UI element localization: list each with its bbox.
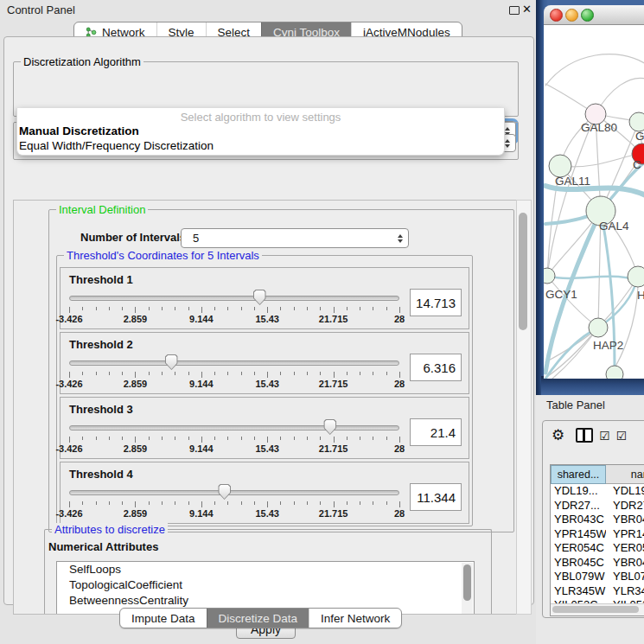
tab-label: Discretize Data <box>219 612 298 625</box>
bottom-tab-bar: Impute DataDiscretize DataInfer Network <box>119 608 402 628</box>
slider-thumb[interactable] <box>253 290 266 305</box>
slider-tick-label: 21.715 <box>319 314 348 324</box>
vertical-scrollbar-thumb[interactable] <box>519 213 527 330</box>
tab-impute-data[interactable]: Impute Data <box>120 609 207 628</box>
slider-tick <box>135 307 136 313</box>
table-cell: YPR145W <box>551 527 606 542</box>
slider-tick-label: 15.43 <box>255 379 279 389</box>
slider-thumb[interactable] <box>218 484 231 500</box>
slider-tick-label: -3.426 <box>55 443 82 454</box>
split-pane-icon[interactable] <box>576 428 593 443</box>
table-row[interactable]: YPR145WYPR145W <box>551 527 644 542</box>
attributes-scrollbar[interactable] <box>462 563 473 615</box>
slider-tick <box>227 307 228 310</box>
slider-tick <box>267 437 268 443</box>
slider-tick <box>399 501 400 507</box>
network-window-titlebar[interactable] <box>544 5 644 25</box>
slider-tick <box>201 437 202 443</box>
list-item-selfloops[interactable]: SelfLoops <box>57 562 474 577</box>
number-of-intervals-combo[interactable]: 5 <box>181 228 409 248</box>
slider-track[interactable] <box>69 296 399 301</box>
slider-tick <box>347 501 348 505</box>
algorithm-option-manual-discretization[interactable]: Manual Discretization <box>17 124 504 138</box>
slider-tick-label: 9.144 <box>189 379 214 389</box>
algorithm-popup-hint: Select algorithm to view settings <box>17 108 504 124</box>
threshold-value-field[interactable]: 11.344 <box>410 483 462 511</box>
node-label: GA <box>635 130 644 143</box>
slider-tick <box>96 372 97 375</box>
zoom-traffic-light[interactable] <box>581 9 594 22</box>
slider-thumb[interactable] <box>165 354 178 370</box>
threshold-slider[interactable]: -3.4262.8599.14415.4321.71528 <box>69 288 399 324</box>
table-horizontal-scrollbar[interactable] <box>551 603 644 615</box>
table-row[interactable]: YLR345WYLR345W <box>551 584 644 599</box>
threshold-value-field[interactable]: 14.713 <box>410 289 462 316</box>
slider-tick <box>386 501 387 505</box>
close-icon[interactable]: ✕ <box>522 3 532 16</box>
network-node[interactable] <box>606 366 623 379</box>
attributes-group: Attributes to discretize Numerical Attri… <box>44 529 492 615</box>
slider-tick-label: 28 <box>394 508 405 519</box>
threshold-slider[interactable]: -3.4262.8599.14415.4321.71528 <box>69 482 399 519</box>
table-row[interactable]: YDR27...YDR27... <box>551 499 644 513</box>
algorithm-option-equal-width-frequency-discretization[interactable]: Equal Width/Frequency Discretization <box>17 138 504 153</box>
float-window-icon[interactable] <box>509 6 520 15</box>
cyni-toolbox-panel: Discretization Algorithm Select algorith… <box>3 36 534 605</box>
slider-track[interactable] <box>69 490 399 495</box>
threshold-value-field[interactable]: 6.316 <box>410 354 462 381</box>
table-row[interactable]: YBL079WYBL079W <box>551 570 644 584</box>
slider-tick-label: -3.426 <box>55 379 82 389</box>
table-cell: YDR27... <box>606 499 644 513</box>
checkbox-icon[interactable]: ☑ <box>599 430 610 442</box>
close-traffic-light[interactable] <box>550 9 563 22</box>
network-canvas[interactable]: GAL80GACGAL11GAL4GCY1HHAP2 <box>544 25 644 379</box>
network-node-gcy1[interactable] <box>544 268 555 284</box>
slider-tick <box>254 307 255 310</box>
network-node-ga[interactable] <box>629 112 644 131</box>
slider-track[interactable] <box>69 425 399 430</box>
table-row[interactable]: YBR045CYBR045C <box>551 556 644 571</box>
slider-tick <box>214 437 215 440</box>
slider-tick <box>386 307 387 310</box>
table-hscrollbar-thumb[interactable] <box>552 606 639 613</box>
network-node-h[interactable] <box>628 266 644 287</box>
slider-tick <box>320 437 321 440</box>
slider-tick-label: 2.859 <box>124 508 148 519</box>
slider-tick <box>201 372 202 378</box>
slider-tick <box>320 372 321 375</box>
slider-tick <box>320 501 321 505</box>
list-item-betweennesscentrality[interactable]: BetweennessCentrality <box>57 593 474 609</box>
slider-tick <box>360 501 360 505</box>
slider-tick <box>122 307 123 310</box>
column-header-name[interactable]: name <box>606 465 644 484</box>
tab-discretize-data[interactable]: Discretize Data <box>207 609 309 628</box>
attributes-scrollbar-thumb[interactable] <box>463 564 471 601</box>
column-header-shared-[interactable]: shared... <box>551 465 606 484</box>
network-node-hap2[interactable] <box>589 318 608 337</box>
table-row[interactable]: YDL19...YDL19... <box>551 484 644 499</box>
threshold-value-field[interactable]: 21.4 <box>410 418 462 446</box>
threshold-slider[interactable]: -3.4262.8599.14415.4321.71528 <box>69 418 399 454</box>
tab-infer-network[interactable]: Infer Network <box>309 609 401 628</box>
slider-tick <box>175 501 175 505</box>
tab-label: Infer Network <box>321 612 390 625</box>
thresholds-group-label: Threshold's Coordinates for 5 Intervals <box>64 249 262 262</box>
gear-icon[interactable]: ⚙ <box>552 428 564 443</box>
vertical-scrollbar[interactable] <box>516 200 532 615</box>
slider-thumb[interactable] <box>323 419 336 435</box>
list-item-topologicalcoefficient[interactable]: TopologicalCoefficient <box>57 577 474 593</box>
numerical-attributes-list[interactable]: SelfLoopsTopologicalCoefficientBetweenne… <box>56 561 475 615</box>
slider-tick <box>96 437 97 440</box>
table-row[interactable]: YER054CYER054C <box>551 541 644 556</box>
table-row[interactable]: YBR043CYBR043C <box>551 513 644 527</box>
number-of-intervals-label: Number of Intervals <box>80 231 186 244</box>
slider-tick <box>347 307 348 310</box>
slider-tick <box>294 501 295 505</box>
checkbox-icon[interactable]: ☑ <box>616 430 628 442</box>
minimize-traffic-light[interactable] <box>565 9 578 22</box>
slider-track[interactable] <box>69 360 399 366</box>
slider-tick <box>109 307 110 310</box>
slider-tick <box>227 501 228 505</box>
slider-tick <box>241 437 242 440</box>
threshold-slider[interactable]: -3.4262.8599.14415.4321.71528 <box>69 353 399 389</box>
